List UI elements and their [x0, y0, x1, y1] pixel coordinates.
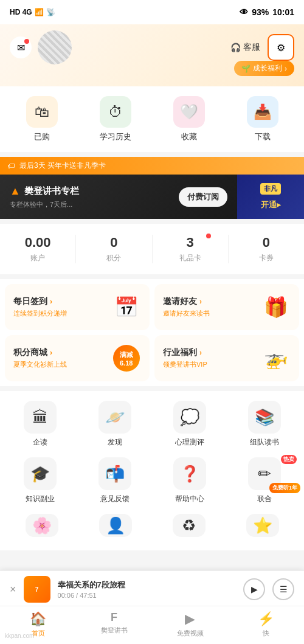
- checkin-arrow: ›: [50, 297, 52, 306]
- subscribe-button[interactable]: 付费订阅: [179, 187, 227, 207]
- promo-text: 最后3天 买年卡送非凡季卡: [19, 161, 106, 171]
- feature-points-mall[interactable]: 积分商城 › 夏季文化衫新上线 满减6.18: [5, 335, 150, 381]
- nav-fandeng[interactable]: F 樊登讲书: [76, 611, 152, 638]
- fandeng-label: 樊登讲书: [101, 626, 128, 635]
- stats-row: 0.00 账户 0 积分 3 礼品卡 0 卡券: [0, 224, 304, 274]
- joint-label: 联合: [257, 494, 272, 504]
- grid-knowledge-side[interactable]: 🎓 知识副业: [5, 457, 75, 504]
- points-mall-icon: 满减6.18: [112, 344, 141, 373]
- team-read-label: 组队读书: [250, 437, 279, 448]
- grid-help[interactable]: ❓ 帮助中心: [154, 457, 224, 504]
- promo-bar: 🏷 最后3天 买年卡送非凡季卡: [0, 157, 304, 175]
- purchased-label: 已购: [34, 131, 50, 142]
- grid-enterprise-read[interactable]: 🏛 企读: [5, 401, 75, 448]
- feature-daily-checkin[interactable]: 每日签到 › 连续签到积分递增 📅: [5, 284, 150, 330]
- headphone-icon: 🎧: [230, 43, 241, 52]
- purchased-icon: 🛍: [26, 96, 58, 128]
- team-read-icon: 📚: [248, 401, 281, 434]
- wifi-icon: 📡: [46, 8, 55, 16]
- promo-icon: 🏷: [7, 162, 15, 170]
- feedback-icon: 📬: [98, 457, 131, 490]
- card-info: ▲ 樊登讲书专栏 专栏体验中，7天后...: [10, 185, 79, 209]
- growth-banner[interactable]: 🌱 成长福利 ›: [234, 61, 294, 76]
- player-close-button[interactable]: ×: [10, 583, 16, 596]
- card-subtitle: 专栏体验中，7天后...: [10, 200, 79, 209]
- grid-icons: 🏛 企读 🪐 发现 💭 心理测评 📚 组队读书 🎓 知识副业 📬 意见反馈 ❓ …: [5, 401, 299, 504]
- signal-icon: 📶: [35, 8, 44, 16]
- grid-extra-2[interactable]: 👤: [99, 514, 132, 541]
- growth-label: 成长福利: [253, 63, 282, 74]
- nav-free-video[interactable]: ▶ 免费视频: [152, 611, 228, 638]
- card-title: ▲ 樊登讲书专栏: [10, 185, 79, 198]
- player-play-button[interactable]: ▶: [243, 578, 265, 600]
- header-top: ✉ 🎧 客服 ⚙: [10, 30, 294, 64]
- bell-icon: ✉: [17, 42, 25, 54]
- extra3-icon: ♻: [173, 514, 206, 537]
- grid-extra-1[interactable]: 🌸: [26, 514, 58, 541]
- player-list-button[interactable]: ☰: [272, 578, 294, 600]
- account-value: 0.00: [25, 235, 51, 251]
- quick-icon-download[interactable]: 📥 下载: [247, 96, 278, 142]
- grid-team-read[interactable]: 📚 组队读书: [229, 401, 299, 448]
- settings-icon: ⚙: [277, 42, 285, 54]
- time-label: 10:01: [272, 7, 294, 17]
- stat-coupon[interactable]: 0 卡券: [229, 235, 304, 263]
- industry-title: 行业福利 ›: [163, 347, 207, 358]
- vip-card[interactable]: 非凡 开通▸: [237, 175, 304, 219]
- network-label: HD 4G: [10, 8, 32, 16]
- notification-icon[interactable]: ✉: [10, 36, 32, 58]
- status-left: HD 4G 📶 📡: [10, 8, 55, 16]
- checkin-icon: 📅: [112, 293, 141, 322]
- status-right: 👁 93% 10:01: [240, 7, 294, 17]
- fan-deng-card[interactable]: ▲ 樊登讲书专栏 专栏体验中，7天后... 付费订阅: [0, 175, 237, 219]
- stat-giftcard[interactable]: 3 礼品卡: [153, 235, 229, 263]
- extra4-icon: ⭐: [246, 514, 279, 537]
- battery-label: 93%: [252, 7, 269, 17]
- free-badge: 免费听1年: [269, 483, 300, 493]
- grid-psych-test[interactable]: 💭 心理测评: [154, 401, 224, 448]
- quick-icon-favorites[interactable]: 🤍 收藏: [173, 96, 205, 142]
- player-title: 幸福关系的7段旅程: [58, 580, 236, 590]
- fan-icon: ▲: [10, 185, 21, 198]
- grid-discover[interactable]: 🪐 发现: [80, 401, 150, 448]
- player-time: 00:06 / 47:51: [58, 592, 236, 599]
- points-label: 积分: [106, 253, 121, 263]
- fandeng-icon: F: [111, 611, 117, 624]
- watermark: kkpan.com: [5, 632, 34, 639]
- industry-icon: 🚁: [261, 344, 291, 373]
- giftcard-value: 3: [187, 235, 194, 251]
- coupon-label: 卡券: [259, 253, 274, 263]
- help-label: 帮助中心: [175, 494, 204, 504]
- stat-account[interactable]: 0.00 账户: [0, 235, 76, 263]
- feedback-label: 意见反馈: [100, 494, 130, 504]
- quick-icon-history[interactable]: ⏱ 学习历史: [100, 96, 131, 142]
- grid-extra-3[interactable]: ♻: [173, 514, 206, 541]
- grid-extra-4[interactable]: ⭐: [246, 514, 279, 541]
- free-video-icon: ▶: [185, 611, 195, 627]
- bottom-player: × 7 幸福关系的7段旅程 00:06 / 47:51 ▶ ☰: [0, 570, 304, 608]
- grid-joint[interactable]: ✏ 热卖 免费听1年 联合: [229, 457, 299, 504]
- giftcard-label: 礼品卡: [179, 253, 201, 263]
- kefu-label: 客服: [243, 42, 260, 53]
- quick-icon-purchased[interactable]: 🛍 已购: [26, 96, 58, 142]
- avatar[interactable]: [38, 30, 72, 64]
- header: ✉ 🎧 客服 ⚙ 🌱 成长福利 ›: [0, 24, 304, 86]
- points-mall-text: 积分商城 › 夏季文化衫新上线: [13, 347, 67, 369]
- stat-points[interactable]: 0 积分: [76, 235, 152, 263]
- eye-icon: 👁: [240, 7, 248, 17]
- feature-invite[interactable]: 邀请好友 › 邀请好友来读书 🎁: [154, 284, 299, 330]
- fan-title-text: 樊登讲书专栏: [24, 185, 79, 197]
- nav-kuai[interactable]: ⚡ 快: [228, 611, 304, 638]
- avatar-placeholder: [38, 30, 72, 64]
- discover-label: 发现: [108, 437, 122, 448]
- status-bar: HD 4G 📶 📡 👁 93% 10:01: [0, 0, 304, 24]
- grid-feedback[interactable]: 📬 意见反馈: [80, 457, 150, 504]
- points-value: 0: [110, 235, 117, 251]
- vip-label: 开通▸: [261, 199, 281, 210]
- kuai-label: 快: [263, 629, 269, 638]
- kefu-button[interactable]: 🎧 客服: [230, 42, 260, 53]
- feature-industry[interactable]: 行业福利 › 领樊登讲书VIP 🚁: [154, 335, 299, 381]
- bottom-nav: 🏠 首页 F 樊登讲书 ▶ 免费视频 ⚡ 快: [0, 606, 304, 644]
- settings-button[interactable]: ⚙: [268, 34, 294, 61]
- card-row: ▲ 樊登讲书专栏 专栏体验中，7天后... 付费订阅 非凡 开通▸: [0, 175, 304, 219]
